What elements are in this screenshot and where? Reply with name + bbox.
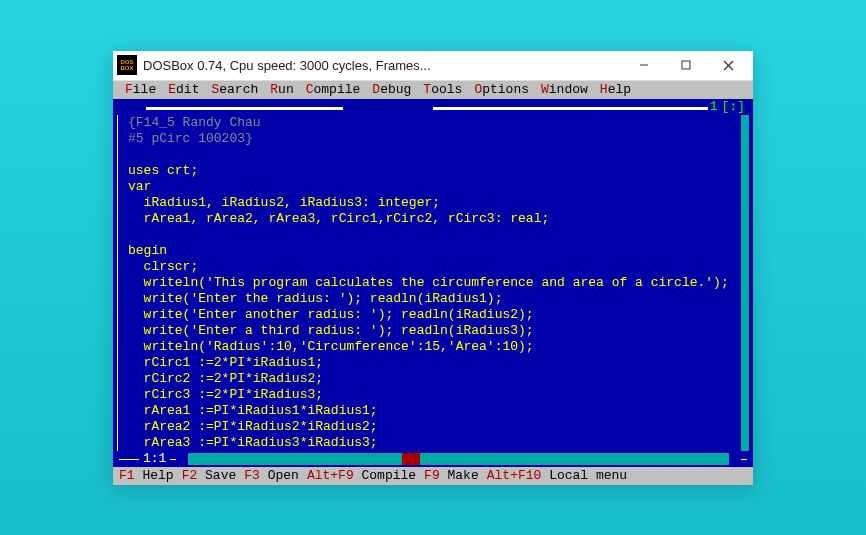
code-line: uses crt; <box>128 163 738 179</box>
status-altf10[interactable]: Alt+F10 Local menu <box>487 468 627 483</box>
code-line: rArea1, rArea2, rArea3, rCirc1,rCirc2, r… <box>128 211 738 227</box>
status-altf9[interactable]: Alt+F9 Compile <box>307 468 416 483</box>
close-box[interactable]: [■] <box>119 99 146 115</box>
code-line: writeln('This program calculates the cir… <box>128 275 738 291</box>
code-line: var <box>128 179 738 195</box>
code-line: #5 pCirc 100203} <box>128 131 738 147</box>
scroll-thumb[interactable] <box>402 453 420 465</box>
cursor-position: 1:1 <box>139 451 170 467</box>
code-line: rCirc3 :=2*PI*iRadius3; <box>128 387 738 403</box>
menu-options[interactable]: Options <box>468 82 535 97</box>
editor-frame: [■] F14_5.PAS 1[↕] {F14_5 Randy Chau#5 p… <box>113 99 753 467</box>
scrollbar-horizontal[interactable] <box>176 453 741 465</box>
code-line: iRadius1, iRadius2, iRadius3: integer; <box>128 195 738 211</box>
menu-tools[interactable]: Tools <box>417 82 468 97</box>
minimize-button[interactable] <box>623 51 665 79</box>
maximize-button[interactable] <box>665 51 707 79</box>
menu-debug[interactable]: Debug <box>366 82 417 97</box>
code-line: begin <box>128 243 738 259</box>
frame-top: [■] F14_5.PAS 1[↕] <box>113 99 753 115</box>
menu-window[interactable]: Window <box>535 82 594 97</box>
status-f3[interactable]: F3 Open <box>244 468 299 483</box>
editor-body[interactable]: {F14_5 Randy Chau#5 pCirc 100203}uses cr… <box>117 115 749 451</box>
status-f2[interactable]: F2 Save <box>182 468 237 483</box>
code-line: write('Enter another radius: '); readln(… <box>128 307 738 323</box>
code-line: rCirc2 :=2*PI*iRadius2; <box>128 371 738 387</box>
status-f9[interactable]: F9 Make <box>424 468 479 483</box>
code-line <box>128 227 738 243</box>
menubar: FileEditSearchRunCompileDebugToolsOption… <box>113 81 753 99</box>
titlebar[interactable]: DOSBOX DOSBox 0.74, Cpu speed: 3000 cycl… <box>113 51 753 81</box>
zoom-box[interactable]: [↕] <box>720 99 747 114</box>
dosbox-icon: DOSBOX <box>117 55 137 75</box>
menu-file[interactable]: File <box>119 82 162 97</box>
code-line <box>128 147 738 163</box>
window-title: DOSBox 0.74, Cpu speed: 3000 cycles, Fra… <box>143 58 623 73</box>
dosbox-window: DOSBOX DOSBox 0.74, Cpu speed: 3000 cycl… <box>113 51 753 485</box>
code-line: write('Enter the radius: '); readln(iRad… <box>128 291 738 307</box>
menu-search[interactable]: Search <box>205 82 264 97</box>
status-f1[interactable]: F1 Help <box>119 468 174 483</box>
scrollbar-vertical[interactable] <box>741 115 749 451</box>
code-line: rArea1 :=PI*iRadius1*iRadius1; <box>128 403 738 419</box>
code-line: rArea2 :=PI*iRadius2*iRadius2; <box>128 419 738 435</box>
svg-rect-1 <box>682 61 690 69</box>
code-line: rArea3 :=PI*iRadius3*iRadius3; <box>128 435 738 451</box>
menu-edit[interactable]: Edit <box>162 82 205 97</box>
window-number: 1 <box>708 99 720 114</box>
filename: F14_5.PAS <box>343 99 433 115</box>
statusbar: F1 HelpF2 SaveF3 OpenAlt+F9 CompileF9 Ma… <box>113 467 753 485</box>
code-line: write('Enter a third radius: '); readln(… <box>128 323 738 339</box>
frame-bottom: 1:1 <box>113 451 753 467</box>
code-line: clrscr; <box>128 259 738 275</box>
menu-run[interactable]: Run <box>264 82 299 97</box>
code-line: writeln('Radius':10,'Circumference':15,'… <box>128 339 738 355</box>
window-controls <box>623 51 749 79</box>
menu-compile[interactable]: Compile <box>300 82 367 97</box>
code-line: {F14_5 Randy Chau <box>128 115 738 131</box>
code-line: rCirc1 :=2*PI*iRadius1; <box>128 355 738 371</box>
menu-help[interactable]: Help <box>594 82 637 97</box>
close-button[interactable] <box>707 51 749 79</box>
